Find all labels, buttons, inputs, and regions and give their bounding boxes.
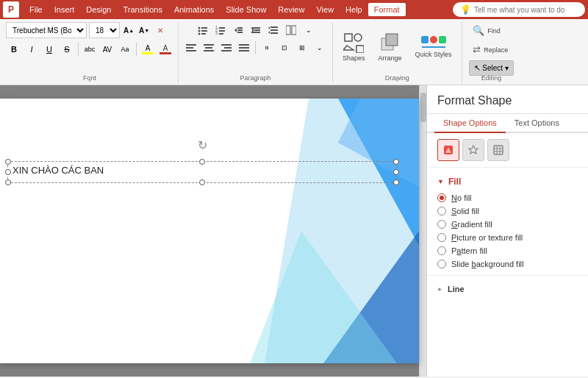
tab-text-options[interactable]: Text Options xyxy=(506,114,568,133)
decrease-font-button[interactable]: A▼ xyxy=(137,24,151,37)
indent-increase-button[interactable] xyxy=(248,22,264,38)
columns-button[interactable] xyxy=(283,22,299,38)
text-case-button[interactable]: Aa xyxy=(117,41,133,57)
vertical-scrollbar[interactable] xyxy=(419,85,426,377)
menu-bar: P File Insert Design Transitions Animati… xyxy=(0,0,588,19)
handle-bm[interactable] xyxy=(199,179,205,185)
tell-me-box[interactable]: 💡 xyxy=(453,2,585,17)
editing-group: 🔍 Find ⇄ Replace ↖ Select ▾ Editing xyxy=(462,22,521,83)
slide-canvas[interactable]: ↻ XIN CHÀO CÁC BAN xyxy=(0,99,419,363)
numbered-list-button[interactable]: 1.2.3. xyxy=(212,22,229,38)
align-center-button[interactable] xyxy=(201,40,217,56)
gradient-fill-option[interactable]: Gradient fill xyxy=(437,218,578,231)
align-left-button[interactable] xyxy=(183,40,199,56)
para-expand2-btn[interactable]: ⌄ xyxy=(312,40,328,56)
font-group-label-area: Font ⌄ xyxy=(1,76,178,83)
handle-tl[interactable] xyxy=(5,159,11,165)
text-direction-button[interactable]: ≡ xyxy=(259,40,275,56)
gradient-fill-radio[interactable] xyxy=(437,220,446,229)
indent-decrease-button[interactable] xyxy=(230,22,246,38)
bold-button[interactable]: B xyxy=(6,41,22,57)
replace-button[interactable]: ⇄ Replace xyxy=(469,41,512,58)
svg-rect-34 xyxy=(224,47,232,49)
select-button[interactable]: ↖ Select ▾ xyxy=(469,60,514,76)
strikethrough-button[interactable]: S xyxy=(59,41,75,57)
highlight-color-bar xyxy=(142,52,154,54)
tell-me-input[interactable] xyxy=(474,6,577,14)
solid-fill-radio[interactable] xyxy=(437,207,446,215)
arrange-button[interactable]: Arrange xyxy=(373,29,407,65)
slide-textbox[interactable]: ↻ XIN CHÀO CÁC BAN xyxy=(7,161,397,183)
para-row1: 1.2.3. ⌄ xyxy=(195,22,317,38)
effects-icon-btn[interactable] xyxy=(462,139,484,161)
para-row2: ≡ ⊡ ⊞ ⌄ xyxy=(183,40,328,56)
svg-rect-33 xyxy=(221,44,232,46)
menu-item-design[interactable]: Design xyxy=(80,3,117,16)
fill-section-header[interactable]: ▼ Fill xyxy=(437,172,578,191)
handle-tm[interactable] xyxy=(199,159,205,165)
menu-item-file[interactable]: File xyxy=(24,3,49,16)
handle-bl[interactable] xyxy=(5,179,11,185)
menu-item-insert[interactable]: Insert xyxy=(49,3,81,16)
handle-ml[interactable] xyxy=(5,169,11,175)
picture-texture-radio[interactable] xyxy=(437,233,446,242)
pattern-fill-radio[interactable] xyxy=(437,246,446,255)
bullets-button[interactable] xyxy=(195,22,211,38)
menu-item-transitions[interactable]: Transitions xyxy=(118,3,168,16)
find-icon: 🔍 xyxy=(473,25,484,36)
slide-area[interactable]: ↻ XIN CHÀO CÁC BAN xyxy=(0,85,426,377)
panel-icons-row xyxy=(427,133,588,168)
scrollbar-thumb[interactable] xyxy=(420,93,426,122)
shapes-button[interactable]: Shapes xyxy=(337,29,370,65)
no-fill-radio[interactable] xyxy=(437,193,446,202)
menu-item-format[interactable]: Format xyxy=(368,3,406,16)
menu-item-slideshow[interactable]: Slide Show xyxy=(220,3,272,16)
tab-shape-options[interactable]: Shape Options xyxy=(434,114,506,133)
para-expand-btn[interactable]: ⌄ xyxy=(301,22,317,38)
smartart-button[interactable]: ⊞ xyxy=(294,40,310,56)
svg-marker-24 xyxy=(268,31,270,34)
format-shape-panel: Format Shape Shape Options Text Options xyxy=(426,85,588,377)
slide-bg-radio[interactable] xyxy=(437,260,446,268)
clear-format-button[interactable]: ✕ xyxy=(153,23,168,38)
font-color-button[interactable]: A xyxy=(157,41,173,57)
italic-button[interactable]: I xyxy=(24,41,40,57)
solid-fill-option[interactable]: Solid fill xyxy=(437,204,578,218)
justify-button[interactable] xyxy=(236,40,252,56)
svg-marker-23 xyxy=(268,26,270,29)
font-size-select[interactable]: 18 xyxy=(89,22,120,38)
quick-styles-button[interactable]: Quick Styles xyxy=(410,32,457,62)
highlight-button[interactable]: A xyxy=(140,41,156,57)
text-align-button[interactable]: ⊡ xyxy=(276,40,293,56)
handle-tr[interactable] xyxy=(393,159,399,165)
menu-item-help[interactable]: Help xyxy=(340,3,368,16)
handle-br[interactable] xyxy=(393,179,399,185)
pattern-fill-option[interactable]: Pattern fill xyxy=(437,244,578,257)
font-name-select[interactable]: Trebuchet MS (Bod xyxy=(6,22,87,38)
fill-line-icon-btn[interactable] xyxy=(437,139,459,161)
underline-button[interactable]: U xyxy=(41,41,57,57)
rotate-handle[interactable]: ↻ xyxy=(197,140,207,150)
solid-fill-label: Solid fill xyxy=(451,207,479,215)
select-label: Select ▾ xyxy=(482,64,509,72)
size-position-icon-btn[interactable] xyxy=(487,139,509,161)
line-section-header[interactable]: ▼ Line xyxy=(437,280,578,298)
font-color-row-button[interactable]: AV xyxy=(99,41,115,57)
menu-item-review[interactable]: Review xyxy=(272,3,310,16)
find-button[interactable]: 🔍 Find xyxy=(469,22,504,39)
shadow-button[interactable]: abc xyxy=(82,41,98,57)
picture-texture-fill-option[interactable]: Picture or texture fill xyxy=(437,231,578,244)
increase-font-button[interactable]: A▲ xyxy=(122,24,135,37)
menu-item-view[interactable]: View xyxy=(310,3,340,16)
arrange-label: Arrange xyxy=(379,54,402,62)
slide-bg-fill-option[interactable]: Slide background fill xyxy=(437,257,578,271)
font-color-av-label: AV xyxy=(103,46,112,54)
drawing-label-area: Drawing ⌄ xyxy=(333,76,462,83)
svg-rect-39 xyxy=(345,34,352,41)
no-fill-option[interactable]: No fill xyxy=(437,191,578,204)
menu-item-animations[interactable]: Animations xyxy=(168,3,220,16)
svg-rect-14 xyxy=(237,29,243,31)
align-right-button[interactable] xyxy=(218,40,234,56)
line-spacing-button[interactable] xyxy=(265,22,282,38)
handle-mr[interactable] xyxy=(393,169,399,175)
